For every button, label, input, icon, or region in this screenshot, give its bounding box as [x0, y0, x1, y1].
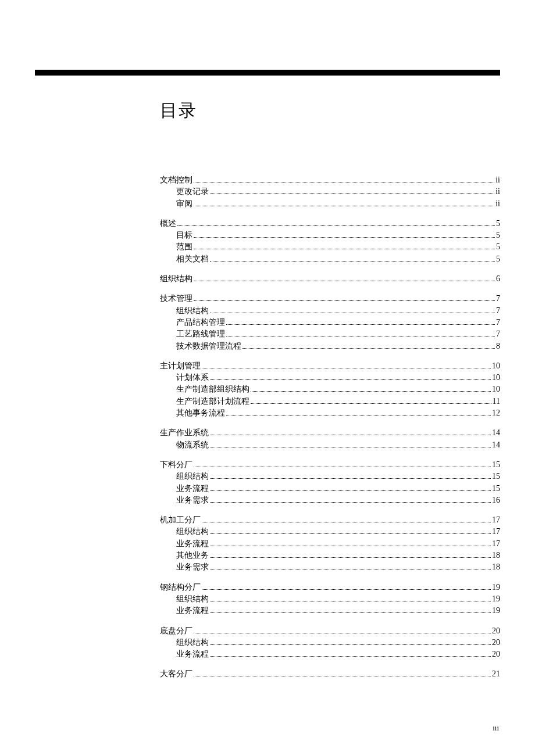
toc-entry[interactable]: 范围5 [160, 241, 500, 253]
toc-entry-page: 19 [492, 582, 500, 593]
toc-entry-page: ii [495, 198, 500, 210]
toc-entry[interactable]: 组织结构19 [160, 593, 500, 605]
toc-entry[interactable]: 相关文档5 [160, 253, 500, 265]
toc-section-gap [160, 451, 500, 459]
toc-entry[interactable]: 组织结构15 [160, 471, 500, 482]
toc-entry-page: 5 [496, 253, 500, 265]
toc-leader-dots [202, 589, 491, 590]
toc-leader-dots [210, 478, 491, 479]
toc-entry[interactable]: 技术数据管理流程8 [160, 341, 500, 352]
toc-entry-label: 业务需求 [176, 495, 209, 506]
toc-entry-page: 7 [496, 293, 500, 304]
toc-entry[interactable]: 计划体系10 [160, 372, 500, 384]
toc-entry[interactable]: 机加工分厂17 [160, 514, 500, 526]
toc-leader-dots [194, 206, 494, 206]
toc-entry[interactable]: 审阅ii [160, 198, 500, 210]
toc-entry-page: 11 [493, 396, 500, 407]
toc-leader-dots [202, 522, 491, 522]
toc-leader-dots [226, 336, 495, 336]
toc-entry[interactable]: 钢结构分厂19 [160, 582, 500, 593]
toc-entry-page: 17 [492, 526, 500, 538]
toc-entry[interactable]: 业务流程20 [160, 648, 500, 660]
toc-entry-page: 5 [496, 241, 500, 253]
toc-entry[interactable]: 其他事务流程12 [160, 407, 500, 419]
toc-entry[interactable]: 业务流程19 [160, 605, 500, 617]
toc-entry[interactable]: 组织结构6 [160, 273, 500, 285]
toc-entry-page: 20 [492, 648, 500, 660]
toc-leader-dots [210, 379, 491, 380]
toc-entry-page: 7 [496, 317, 500, 328]
toc-entry-label: 生产制造部计划流程 [176, 396, 249, 407]
toc-entry-label: 机加工分厂 [160, 514, 201, 526]
toc-entry[interactable]: 物流系统14 [160, 439, 500, 451]
toc-entry[interactable]: 业务需求18 [160, 561, 500, 573]
toc-leader-dots [194, 182, 494, 182]
toc-entry[interactable]: 其他业务18 [160, 550, 500, 561]
top-rule [35, 70, 500, 76]
toc-entry-page: 12 [492, 407, 500, 419]
toc-entry[interactable]: 组织结构20 [160, 637, 500, 648]
toc-entry[interactable]: 下料分厂15 [160, 459, 500, 471]
toc-entry-label: 工艺路线管理 [176, 328, 225, 340]
toc-entry-label: 技术管理 [160, 293, 192, 304]
toc-entry[interactable]: 组织结构7 [160, 305, 500, 317]
toc-entry[interactable]: 产品结构管理7 [160, 317, 500, 328]
toc-leader-dots [210, 502, 491, 503]
toc-entry-label: 物流系统 [176, 439, 209, 451]
toc-entry[interactable]: 目标5 [160, 230, 500, 241]
toc-entry-label: 计划体系 [176, 372, 209, 384]
toc-entry[interactable]: 技术管理7 [160, 293, 500, 304]
toc-entry[interactable]: 更改记录ii [160, 186, 500, 198]
toc-entry[interactable]: 业务流程17 [160, 538, 500, 550]
toc-entry-page: 5 [496, 218, 500, 230]
toc-entry-label: 组织结构 [176, 593, 209, 605]
toc-entry[interactable]: 生产制造部计划流程11 [160, 396, 500, 407]
toc-entry-label: 组织结构 [176, 305, 209, 317]
toc-leader-dots [210, 533, 491, 534]
toc-entry[interactable]: 文档控制ii [160, 174, 500, 186]
toc-entry-page: 10 [492, 372, 500, 384]
toc-leader-dots [226, 415, 491, 415]
toc-entry-label: 文档控制 [160, 174, 192, 186]
toc-leader-dots [194, 676, 491, 676]
toc-entry[interactable]: 业务流程15 [160, 483, 500, 495]
toc-section-gap [160, 285, 500, 293]
toc-entry[interactable]: 生产作业系统14 [160, 427, 500, 439]
toc-entry-label: 业务流程 [176, 483, 209, 495]
toc-entry-label: 主计划管理 [160, 360, 201, 372]
toc-entry[interactable]: 大客分厂21 [160, 668, 500, 680]
toc-entry-label: 底盘分厂 [160, 625, 192, 637]
toc-entry-page: 14 [492, 439, 500, 451]
toc-entry[interactable]: 生产制造部组织结构10 [160, 384, 500, 395]
toc-entry-label: 组织结构 [160, 273, 192, 285]
toc-leader-dots [210, 546, 491, 546]
toc-leader-dots [210, 557, 491, 558]
toc-leader-dots [210, 601, 491, 601]
toc-entry[interactable]: 业务需求16 [160, 495, 500, 506]
toc-entry[interactable]: 主计划管理10 [160, 360, 500, 372]
toc-section-gap [160, 210, 500, 218]
toc-leader-dots [210, 644, 491, 645]
toc-section-gap [160, 419, 500, 427]
toc-entry-page: 8 [496, 341, 500, 352]
toc-entry-page: 18 [492, 561, 500, 573]
toc-leader-dots [242, 348, 495, 349]
toc-entry-label: 相关文档 [176, 253, 209, 265]
toc-entry-page: 19 [492, 593, 500, 605]
toc-entry-page: 15 [492, 459, 500, 471]
toc-entry[interactable]: 底盘分厂20 [160, 625, 500, 637]
toc-entry-label: 产品结构管理 [176, 317, 225, 328]
toc-section-gap [160, 506, 500, 514]
toc-entry[interactable]: 组织结构17 [160, 526, 500, 538]
toc-entry-label: 组织结构 [176, 526, 209, 538]
toc-entry-page: 19 [492, 605, 500, 617]
toc-leader-dots [251, 403, 491, 404]
toc-leader-dots [210, 656, 491, 657]
toc-entry-label: 生产制造部组织结构 [176, 384, 249, 395]
toc-entry-page: 16 [492, 495, 500, 506]
toc-entry-label: 下料分厂 [160, 459, 192, 471]
toc-entry[interactable]: 工艺路线管理7 [160, 328, 500, 340]
toc-entry[interactable]: 概述5 [160, 218, 500, 230]
toc-leader-dots [202, 368, 491, 368]
toc-entry-label: 业务流程 [176, 538, 209, 550]
